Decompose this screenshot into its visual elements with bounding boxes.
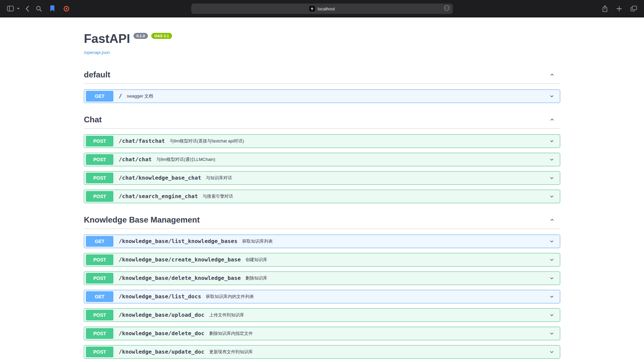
operation-summary: 与llm模型对话(通过LLMChain): [156, 157, 215, 163]
operation-path: /knowledge_base/delete_doc: [119, 330, 205, 337]
operation-expand-button[interactable]: [548, 330, 555, 337]
operation-expand-button[interactable]: [548, 175, 555, 181]
operation-summary: 更新现有文件到知识库: [209, 349, 253, 355]
sidebar-menu-button[interactable]: [17, 8, 20, 10]
api-section: default GET / swagger 文档: [84, 68, 560, 103]
method-badge: POST: [86, 191, 113, 202]
chevron-down-icon: [548, 349, 555, 355]
operation-path: /knowledge_base/list_knowledge_bases: [119, 238, 237, 244]
operation-path: /knowledge_base/upload_doc: [119, 312, 205, 318]
operation-path: /chat/fastchat: [119, 138, 165, 144]
api-section: Knowledge Base Management GET /knowledge…: [84, 213, 560, 362]
chevron-down-icon: [548, 93, 555, 100]
operation-summary: 获取知识库列表: [242, 238, 273, 244]
section-header[interactable]: Chat: [84, 113, 560, 129]
operation-summary: swagger 文档: [127, 93, 153, 99]
operation-row[interactable]: POST /chat/knowledge_base_chat 与知识库对话: [84, 171, 560, 185]
chevron-up-icon: [549, 116, 555, 123]
operation-row[interactable]: POST /knowledge_base/delete_knowledge_ba…: [84, 272, 560, 285]
orange-record-icon: [63, 5, 70, 12]
operation-row[interactable]: POST /chat/fastchat 与llm模型对话(直接与fastchat…: [84, 134, 560, 148]
chevron-down-icon: [548, 312, 555, 318]
method-badge: POST: [86, 254, 113, 265]
page-favicon-bolt-icon: [309, 6, 315, 11]
method-badge: POST: [86, 173, 113, 183]
operation-path: /chat/chat: [119, 156, 152, 163]
new-tab-plus-icon: [616, 6, 622, 11]
sidebar-toggle-button[interactable]: [6, 5, 15, 12]
operation-summary: 与搜索引擎对话: [203, 193, 233, 199]
operation-row[interactable]: POST /chat/chat 与llm模型对话(通过LLMChain): [84, 153, 560, 166]
method-badge: GET: [86, 291, 113, 302]
chevron-down-icon: [548, 175, 555, 181]
operation-summary: 删除知识库内指定文件: [209, 330, 253, 337]
section-title: Knowledge Base Management: [84, 215, 200, 225]
sidebar-toggle-icon: [7, 6, 14, 11]
operation-list: POST /chat/fastchat 与llm模型对话(直接与fastchat…: [84, 129, 560, 203]
blue-app-icon: [49, 5, 56, 12]
openapi-spec-link[interactable]: /openapi.json: [84, 50, 110, 55]
extensions-ellipsis-icon: [444, 5, 450, 12]
operation-path: /knowledge_base/create_knowledge_base: [119, 256, 241, 263]
section-collapse-button[interactable]: [549, 71, 555, 78]
api-info: FastAPI 0.1.0 OAS 3.1 /openapi.json: [84, 32, 560, 55]
version-badge: 0.1.0: [133, 33, 148, 39]
operation-expand-button[interactable]: [548, 349, 555, 355]
operation-path: /knowledge_base/list_docs: [119, 293, 201, 300]
toolbar-left-group: [6, 4, 71, 13]
operation-row[interactable]: GET / swagger 文档: [84, 89, 560, 103]
operation-expand-button[interactable]: [548, 93, 555, 100]
new-tab-button[interactable]: [615, 5, 623, 12]
tab-overview-icon: [631, 6, 637, 11]
operation-list: GET /knowledge_base/list_knowledge_bases…: [84, 229, 560, 362]
operation-row[interactable]: POST /chat/search_engine_chat 与搜索引擎对话: [84, 190, 560, 203]
tab-overview-button[interactable]: [630, 5, 638, 12]
search-button[interactable]: [35, 5, 43, 13]
operation-expand-button[interactable]: [548, 312, 555, 318]
oas-badge: OAS 3.1: [151, 33, 172, 39]
operation-expand-button[interactable]: [548, 138, 555, 144]
operation-expand-button[interactable]: [548, 293, 555, 300]
blue-app-button[interactable]: [48, 4, 57, 13]
operation-path: /chat/search_engine_chat: [119, 193, 198, 199]
orange-record-button[interactable]: [62, 4, 71, 13]
operation-row[interactable]: POST /knowledge_base/update_doc 更新现有文件到知…: [84, 345, 560, 359]
method-badge: GET: [86, 236, 113, 247]
chevron-down-icon: [548, 275, 555, 282]
chevron-down-icon: [548, 293, 555, 300]
chevron-down-icon: [548, 156, 555, 163]
section-collapse-button[interactable]: [549, 217, 555, 223]
section-title: Chat: [84, 115, 102, 124]
section-header[interactable]: Knowledge Base Management: [84, 213, 560, 229]
operation-expand-button[interactable]: [548, 256, 555, 263]
method-badge: GET: [86, 91, 113, 102]
operation-row[interactable]: POST /knowledge_base/delete_doc 删除知识库内指定…: [84, 327, 560, 340]
section-collapse-button[interactable]: [549, 116, 555, 123]
operation-expand-button[interactable]: [548, 238, 555, 245]
toolbar-chevron-down-icon: [17, 8, 20, 10]
back-button[interactable]: [24, 5, 30, 13]
operation-summary: 删除知识库: [246, 275, 267, 281]
chevron-down-icon: [548, 193, 555, 200]
operation-row[interactable]: POST /knowledge_base/create_knowledge_ba…: [84, 253, 560, 266]
api-section: Chat POST /chat/fastchat 与llm模型对话(直接与fas…: [84, 113, 560, 203]
operation-expand-button[interactable]: [548, 275, 555, 282]
address-bar-url: localhost: [318, 6, 335, 11]
section-title: default: [84, 70, 110, 79]
chevron-up-icon: [549, 71, 555, 78]
address-bar[interactable]: localhost: [191, 3, 453, 14]
operation-row[interactable]: POST /knowledge_base/upload_doc 上传文件到知识库: [84, 308, 560, 322]
operation-expand-button[interactable]: [548, 193, 555, 200]
method-badge: POST: [86, 347, 113, 357]
operation-row[interactable]: GET /knowledge_base/list_docs 获取知识库内的文件列…: [84, 290, 560, 303]
share-icon: [602, 5, 608, 12]
share-button[interactable]: [601, 4, 609, 13]
operation-row[interactable]: GET /knowledge_base/list_knowledge_bases…: [84, 235, 560, 248]
method-badge: POST: [86, 136, 113, 146]
operation-expand-button[interactable]: [548, 156, 555, 163]
chevron-up-icon: [549, 217, 555, 223]
section-header[interactable]: default: [84, 68, 560, 84]
operation-summary: 获取知识库内的文件列表: [206, 294, 254, 300]
page-content: FastAPI 0.1.0 OAS 3.1 /openapi.json defa…: [0, 17, 644, 362]
page-settings-button[interactable]: [444, 5, 450, 12]
